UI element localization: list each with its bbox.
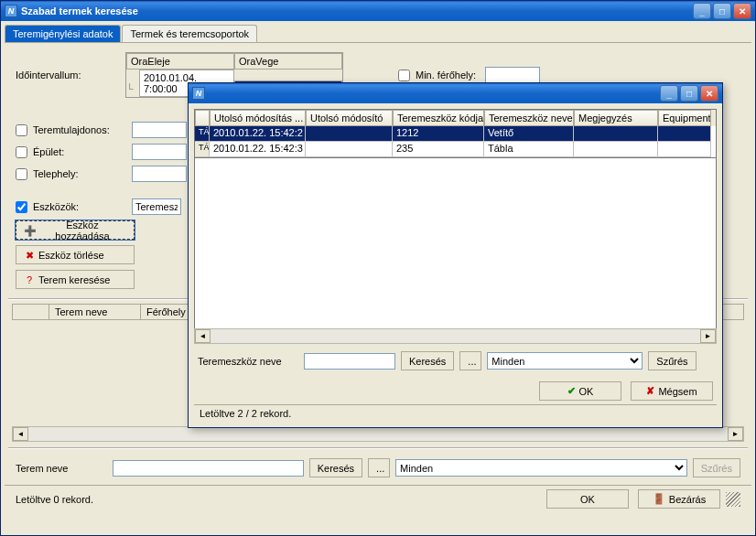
grid-col-lastmod-user[interactable]: Utolsó módosító — [306, 110, 393, 126]
status-text: Letöltve 0 rekord. — [16, 494, 546, 505]
modal-minimize-button[interactable]: _ — [660, 85, 678, 102]
modal-ok-label: OK — [579, 386, 594, 397]
search-room-button[interactable]: ? Terem keresése — [16, 270, 135, 289]
cell: 1212 — [393, 126, 484, 142]
bottom-filter-button[interactable]: Szűrés — [693, 458, 740, 477]
building-input[interactable] — [132, 144, 187, 160]
results-col-blank — [13, 305, 49, 319]
modal-search-input[interactable] — [304, 353, 395, 370]
modal-titlebar: N _ □ ✕ — [189, 83, 722, 103]
tool-grid[interactable]: Utolsó módosítás ... Utolsó módosító Ter… — [194, 109, 717, 158]
tools-checkbox[interactable] — [16, 201, 27, 213]
owner-checkbox[interactable] — [16, 124, 27, 136]
min-capacity-input[interactable] — [485, 67, 540, 83]
tool-picker-dialog: N _ □ ✕ Utolsó módosítás ... Utolsó módo… — [188, 82, 723, 428]
modal-app-icon: N — [192, 87, 205, 100]
cell — [658, 142, 711, 157]
window-title: Szabad termek keresése — [21, 5, 693, 16]
cell — [574, 126, 658, 142]
site-label: Telephely: — [33, 168, 132, 179]
owner-label: Teremtulajdonos: — [33, 124, 132, 135]
cell: 2010.01.22. 15:42:3 — [210, 142, 306, 157]
cell — [306, 142, 393, 157]
cell: Vetítő — [484, 126, 574, 142]
cell: 235 — [393, 142, 484, 157]
row-handle: TÁ — [195, 126, 210, 142]
main-titlebar: N Szabad termek keresése _ □ ✕ — [1, 1, 755, 21]
time-col-end: OraVege — [234, 53, 342, 70]
cell — [574, 142, 658, 157]
scroll-left-icon[interactable]: ◄ — [13, 427, 28, 441]
bottom-search-button[interactable]: Keresés — [309, 458, 362, 477]
modal-cancel-label: Mégsem — [658, 386, 697, 397]
modal-maximize-button[interactable]: □ — [680, 85, 698, 102]
grid-col-note[interactable]: Megjegyzés — [574, 110, 658, 126]
owner-input[interactable] — [132, 122, 187, 138]
maximize-button[interactable]: □ — [713, 3, 731, 19]
scroll-right-icon[interactable]: ► — [700, 329, 716, 343]
tab-bar: Teremigénylési adatok Termek és teremcso… — [5, 25, 751, 43]
grid-col-tool-code[interactable]: Teremeszköz kódja — [393, 110, 484, 126]
modal-dots-button[interactable]: ... — [459, 351, 481, 370]
building-label: Épület: — [33, 146, 132, 157]
cross-icon: ✘ — [646, 385, 654, 397]
bottom-search-label: Terem neve — [16, 463, 107, 474]
modal-filter-select[interactable]: Minden — [487, 352, 643, 370]
bottom-search-input[interactable] — [113, 460, 304, 477]
grid-row[interactable]: TÁ 2010.01.22. 15:42:3 235 Tábla — [195, 142, 716, 157]
question-icon: ? — [24, 274, 35, 285]
min-capacity-label: Min. férőhely: — [416, 70, 476, 80]
results-col-name: Terem neve — [49, 305, 141, 319]
minimize-button[interactable]: _ — [693, 3, 711, 19]
bottom-dots-button[interactable]: ... — [368, 458, 390, 477]
scroll-right-icon[interactable]: ► — [728, 427, 743, 441]
cell — [658, 126, 711, 142]
cell: Tábla — [484, 142, 574, 157]
modal-search-button[interactable]: Keresés — [401, 351, 454, 370]
tree-icon: └ — [126, 83, 139, 94]
add-icon: ➕ — [24, 225, 35, 236]
tools-field-input[interactable] — [132, 198, 181, 215]
cell: 2010.01.22. 15:42:2 — [210, 126, 306, 142]
building-checkbox[interactable] — [16, 146, 27, 158]
results-hscroll[interactable]: ◄ ► — [12, 426, 744, 442]
scroll-left-icon[interactable]: ◄ — [195, 329, 211, 343]
delete-icon: ✖ — [24, 250, 35, 261]
bottom-filter-select[interactable]: Minden — [395, 459, 687, 477]
resize-grip[interactable] — [726, 492, 740, 507]
grid-row[interactable]: TÁ 2010.01.22. 15:42:2 1212 Vetítő — [195, 126, 716, 142]
del-tool-label: Eszköz törlése — [38, 250, 104, 261]
app-icon: N — [5, 5, 17, 17]
modal-filter-button[interactable]: Szűrés — [648, 351, 696, 370]
min-capacity-checkbox[interactable] — [398, 70, 410, 81]
tools-label: Eszközök: — [33, 201, 132, 212]
close-button[interactable]: ✕ — [733, 3, 751, 19]
row-handle: TÁ — [195, 142, 210, 157]
main-close-label: Bezárás — [669, 494, 706, 505]
grid-col-lastmod-time[interactable]: Utolsó módosítás ... — [210, 110, 306, 126]
site-checkbox[interactable] — [16, 168, 27, 180]
grid-handle-col — [195, 110, 210, 126]
grid-col-tool-name[interactable]: Teremeszköz neve — [484, 110, 574, 126]
check-icon: ✔ — [567, 385, 576, 397]
main-ok-button[interactable]: OK — [546, 489, 629, 509]
interval-label: Időintervallum: — [16, 70, 125, 80]
modal-close-button[interactable]: ✕ — [700, 85, 718, 102]
search-room-label: Terem keresése — [38, 274, 110, 285]
time-col-start: OraEleje — [126, 53, 234, 70]
modal-status-text: Letöltve 2 / 2 rekord. — [200, 408, 291, 419]
modal-ok-button[interactable]: ✔ OK — [539, 381, 621, 401]
del-tool-button[interactable]: ✖ Eszköz törlése — [16, 245, 135, 264]
tab-request-data[interactable]: Teremigénylési adatok — [5, 25, 121, 42]
site-input[interactable] — [132, 166, 187, 182]
grid-col-equipment[interactable]: Equipment — [658, 110, 711, 126]
tab-rooms-groups[interactable]: Termek és teremcsoportok — [122, 25, 257, 42]
grid-empty-space — [194, 158, 717, 328]
modal-search-label: Teremeszköz neve — [198, 356, 298, 367]
main-close-button[interactable]: 🚪 Bezárás — [638, 489, 720, 509]
add-tool-button[interactable]: ➕ Eszköz hozzáadása — [16, 220, 135, 240]
add-tool-label: Eszköz hozzáadása — [38, 220, 126, 241]
door-icon: 🚪 — [653, 493, 665, 505]
modal-hscroll[interactable]: ◄ ► — [194, 328, 717, 344]
modal-cancel-button[interactable]: ✘ Mégsem — [631, 381, 713, 401]
